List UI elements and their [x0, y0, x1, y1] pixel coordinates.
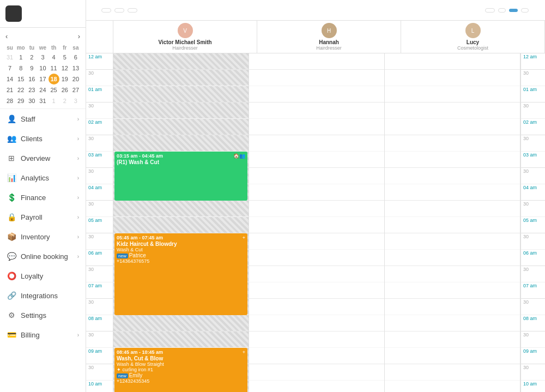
calendar-day[interactable]: 19 [59, 74, 70, 85]
calendar-day[interactable]: 12 [59, 63, 70, 74]
calendar-day[interactable]: 17 [37, 74, 48, 85]
schedule-slot [385, 233, 520, 250]
time-slot-right: 10 am [521, 381, 545, 392]
time-gutter: 12 am3001 am3002 am3003 am3004 am3005 am… [86, 53, 113, 392]
sidebar-item-clients[interactable]: 👥 Clients › [0, 129, 86, 148]
calendar-day[interactable]: 8 [15, 63, 26, 74]
calendar-day[interactable]: 23 [26, 85, 37, 95]
calendar-day[interactable]: 31 [4, 52, 15, 63]
week-view-button[interactable] [521, 8, 529, 13]
calendar-day[interactable]: 5 [59, 52, 70, 63]
calendar-day[interactable]: 15 [15, 74, 26, 85]
schedule-slot [249, 217, 384, 233]
calendar-day[interactable]: 20 [70, 74, 81, 85]
appointment-block[interactable]: 03:15 am - 04:45 am 🏠👥 (R1) Wash & Cut [114, 152, 247, 201]
calendar-day[interactable]: 26 [59, 85, 70, 95]
time-label: 09 am [88, 348, 102, 354]
schedule-slot [249, 201, 384, 217]
sidebar-item-finance[interactable]: 💲 Finance › [0, 188, 86, 207]
time-label: 06 am [88, 250, 102, 256]
sidebar-item-label-finance: Finance [21, 194, 77, 202]
day-view-button[interactable] [498, 8, 506, 13]
calendar-day[interactable]: 1 [15, 52, 26, 63]
search-button[interactable] [532, 9, 534, 11]
schedule-slot [249, 381, 384, 392]
schedule-slot [249, 315, 384, 331]
sidebar-item-loyalty[interactable]: ⭕ Loyalty [0, 266, 86, 286]
payroll-icon: 🔒 [7, 212, 16, 222]
positions-button[interactable] [509, 9, 518, 12]
calendar-day[interactable]: 22 [15, 85, 26, 95]
sidebar-item-inventory[interactable]: 📦 Inventory › [0, 227, 86, 246]
calendar-day[interactable]: 27 [70, 85, 81, 95]
half-label: 30 [88, 233, 94, 239]
staff-role-1: Hairdresser [316, 45, 342, 51]
sidebar-item-staff[interactable]: 👤 Staff › [0, 109, 86, 129]
calendar-day[interactable]: 6 [70, 52, 81, 63]
half-label: 30 [88, 201, 94, 207]
calendar-prev-button[interactable]: ‹ [4, 32, 9, 40]
calendar-day[interactable]: 13 [70, 63, 81, 74]
time-slot-right: 02 am [521, 119, 545, 135]
calendar-day[interactable]: 7 [4, 63, 15, 74]
calendar-day[interactable]: 4 [49, 52, 59, 63]
calendar-day[interactable]: 2 [26, 52, 37, 63]
calendar-day[interactable]: 11 [49, 63, 59, 74]
schedule-slot [249, 135, 384, 152]
calendar-grid-area[interactable]: 12 am3001 am3002 am3003 am3004 am3005 am… [86, 53, 545, 392]
sidebar-item-online-booking[interactable]: 💬 Online booking › [0, 246, 86, 266]
sidebar-item-settings[interactable]: ⚙ Settings [0, 305, 86, 325]
sidebar-item-analytics[interactable]: 📊 Analytics › [0, 168, 86, 188]
calendar-day[interactable]: 1 [49, 95, 59, 106]
schedule-col-2 [385, 53, 520, 392]
appt-sub2: ✦ curling iron #1 [117, 367, 245, 372]
calendar-day[interactable]: 18 [49, 74, 59, 85]
schedule-slot [249, 348, 384, 364]
price-button[interactable] [485, 8, 495, 13]
calendar-day[interactable]: 28 [4, 95, 15, 106]
sidebar-item-overview[interactable]: ⊞ Overview › [0, 148, 86, 168]
user-button[interactable] [537, 9, 540, 11]
calendar-day[interactable]: 10 [37, 63, 48, 74]
calendar-day[interactable]: 14 [4, 74, 15, 85]
calendar-day[interactable]: 21 [4, 85, 15, 95]
time-label-right: 05 am [523, 217, 537, 223]
calendar-day[interactable]: 30 [26, 95, 37, 106]
sidebar-item-label-billing: Billing [21, 331, 77, 339]
appointment-block[interactable]: 05:45 am - 07:45 am + Kidz Haircut & Blo… [114, 233, 247, 315]
calendar-day[interactable]: 2 [59, 95, 70, 106]
appointment-block[interactable]: 08:45 am - 10:45 am + Wash, Cut & BlowWa… [114, 348, 247, 392]
sidebar-item-integrations[interactable]: 🔗 Integrations [0, 286, 86, 305]
calendar-day[interactable]: 3 [37, 52, 48, 63]
calendar-day[interactable]: 9 [26, 63, 37, 74]
schedule-slot [249, 299, 384, 315]
time-slot: 08 am [86, 315, 113, 331]
menu-button[interactable] [92, 9, 98, 11]
half-label-right: 30 [523, 201, 529, 207]
calendar-day[interactable]: 25 [49, 85, 59, 95]
staff-role-0: Hairdresser [172, 45, 198, 51]
calendar-day[interactable]: 24 [37, 85, 48, 95]
schedule-slot [385, 381, 520, 392]
prev-button[interactable] [114, 8, 124, 13]
schedule-slot [249, 168, 384, 184]
calendar-day[interactable]: 31 [37, 95, 48, 106]
calendar-day[interactable]: 16 [26, 74, 37, 85]
half-label-right: 30 [523, 233, 529, 239]
calendar-day[interactable]: 29 [15, 95, 26, 106]
calendar-day[interactable]: 3 [70, 95, 81, 106]
appt-time: 08:45 am - 10:45 am [117, 349, 163, 355]
calendar-next-button[interactable]: › [77, 32, 81, 40]
time-label-right: 02 am [523, 119, 537, 125]
today-button[interactable] [101, 8, 111, 13]
time-slot: 30 [86, 233, 113, 250]
time-label-right: 03 am [523, 152, 537, 158]
sidebar-item-payroll[interactable]: 🔒 Payroll › [0, 207, 86, 227]
staff-col-0: V Victor Michael Smith Hairdresser [113, 21, 257, 53]
next-button[interactable] [128, 8, 137, 13]
nav-chevron-staff: › [77, 116, 79, 122]
time-slot: 02 am [86, 119, 113, 135]
schedule-slot [385, 53, 520, 70]
appt-header: 08:45 am - 10:45 am + [117, 349, 245, 355]
sidebar-item-billing[interactable]: 💳 Billing › [0, 325, 86, 345]
